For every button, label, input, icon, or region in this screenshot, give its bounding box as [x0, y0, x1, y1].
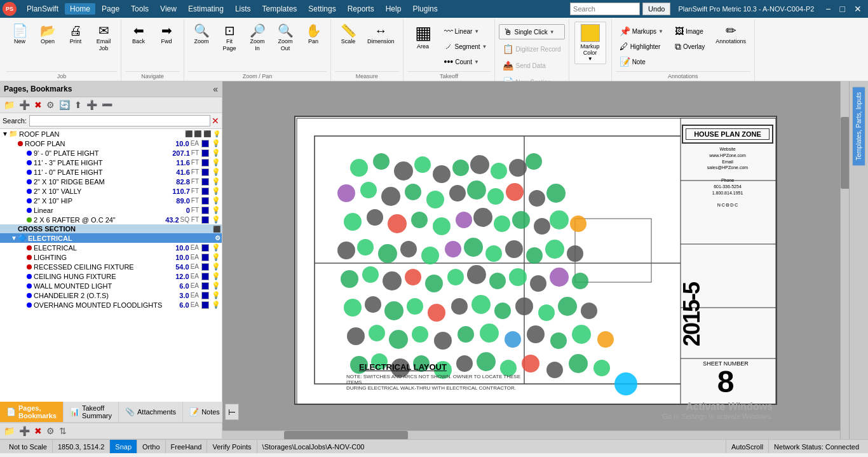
segment-button[interactable]: ⟋ Segment ▼: [440, 39, 491, 53]
tree-item-overhang[interactable]: OVERHANG MOUNTED FLOODLIGHTS6.0EA💡: [0, 300, 222, 310]
sidebar-add-button[interactable]: ➕: [18, 99, 31, 111]
pan-button[interactable]: ✋ Pan: [300, 22, 327, 48]
bottom-settings-button[interactable]: ⚙: [45, 425, 56, 437]
snap-status[interactable]: Snap: [110, 440, 137, 453]
menu-item-view[interactable]: View: [155, 3, 182, 15]
menu-item-settings[interactable]: Settings: [303, 3, 341, 15]
minimize-button[interactable]: −: [822, 4, 834, 14]
markups-button[interactable]: 📌 Markups ▼: [616, 24, 667, 38]
menu-item-templates[interactable]: Templates: [257, 3, 302, 15]
highlighter-button[interactable]: 🖊 Highlighter: [616, 39, 667, 53]
autoscroll-status[interactable]: AutoScroll: [726, 440, 769, 453]
open-label: Open: [41, 38, 55, 45]
send-data-button[interactable]: 📤 Send Data: [499, 58, 564, 72]
back-button[interactable]: ⬅ Back: [125, 22, 152, 48]
tree-item-electrical[interactable]: ELECTRICAL10.0EA💡: [0, 243, 222, 252]
tree-item-lighting[interactable]: LIGHTING10.0EA💡: [0, 252, 222, 262]
open-button[interactable]: 📂 Open: [34, 22, 61, 48]
tree-item-linear[interactable]: Linear0FT💡: [0, 205, 222, 215]
tree-toggle[interactable]: ▼: [10, 235, 18, 242]
zoom-in-button[interactable]: 🔎 ZoomIn: [244, 22, 271, 55]
image-button[interactable]: 🖼 Image: [671, 24, 709, 38]
scale-button[interactable]: 📏 Scale: [335, 22, 362, 48]
ortho-status[interactable]: Ortho: [137, 440, 166, 453]
menu-item-home[interactable]: Home: [65, 3, 95, 15]
search-clear-button[interactable]: ✕: [212, 116, 219, 126]
count-button[interactable]: ••• Count ▼: [440, 55, 491, 69]
search-input[interactable]: [573, 5, 637, 13]
tree-toggle[interactable]: ▼: [1, 130, 9, 137]
tree-item-ridge-beam[interactable]: 2" X 10" RIDGE BEAM82.8FT💡: [0, 177, 222, 186]
horizontal-scrollbar[interactable]: [222, 430, 840, 439]
tree-item-hip[interactable]: 2" X 10" HIP89.0FT💡: [0, 196, 222, 205]
horizontal-scroll-thumb[interactable]: [284, 431, 407, 439]
tree-item-vally[interactable]: 2" X 10" VALLY110.7FT💡: [0, 186, 222, 196]
sidebar-minus-button[interactable]: ➖: [100, 99, 114, 111]
undo-button[interactable]: Undo: [642, 3, 670, 15]
area-button[interactable]: ▦ Area: [407, 22, 439, 53]
tree-item-plate-11[interactable]: 11' - 3" PLATE HIGHT11.6FT💡: [0, 158, 222, 167]
sidebar-refresh-button[interactable]: 🔄: [58, 99, 71, 111]
verify-status[interactable]: Verify Points: [207, 440, 257, 453]
sidebar-up-button[interactable]: ⬆: [73, 99, 83, 111]
sidebar-delete-button[interactable]: ✖: [33, 99, 43, 111]
menu-item-help[interactable]: Help: [381, 3, 407, 15]
sidebar-collapse-button[interactable]: «: [213, 84, 218, 94]
menu-item-page[interactable]: Page: [97, 3, 125, 15]
note-button[interactable]: 📝 Note: [616, 55, 667, 69]
maximize-button[interactable]: □: [836, 4, 849, 14]
tree-item-ceiling-hung[interactable]: CEILING HUNG FIXTURE12.0EA💡: [0, 271, 222, 281]
bottom-tab-attachments[interactable]: 📎Attachments: [119, 402, 183, 422]
tree-item-chandelier[interactable]: CHANDELIER 2 (O.T.S)3.0EA💡: [0, 290, 222, 300]
linear-button[interactable]: 〰 Linear ▼: [440, 24, 491, 38]
freehand-status[interactable]: FreeHand: [166, 440, 208, 453]
tree-item-plate-11-0[interactable]: 11' - 0" PLATE HIGHT41.6FT💡: [0, 167, 222, 177]
search-box[interactable]: [570, 3, 640, 15]
close-button[interactable]: ✕: [850, 4, 865, 14]
tree-item-roof-plan-group[interactable]: ▼📁ROOF PLAN⬛ ⬛ ⬛ 💡: [0, 129, 222, 139]
print-label: Print: [70, 38, 82, 45]
markup-color-button[interactable]: MarkupColor ▼: [574, 22, 606, 64]
bottom-delete-button[interactable]: ✖: [33, 425, 43, 437]
tab-label-notes: Notes: [201, 408, 220, 416]
menu-item-planswift[interactable]: PlanSwift: [22, 3, 64, 15]
bottom-tab-pages-bookmarks[interactable]: 📄Pages, Bookmarks: [0, 402, 64, 422]
scale-status: Not to Scale: [4, 440, 53, 453]
zoom-out-button[interactable]: 🔍 ZoomOut: [272, 22, 299, 55]
vertical-scrollbar[interactable]: [840, 81, 849, 439]
sidebar-add2-button[interactable]: ➕: [85, 99, 98, 111]
fit-page-button[interactable]: ⊡ FitPage: [216, 22, 243, 55]
print-button[interactable]: 🖨 Print: [62, 22, 89, 48]
tree-item-recessed[interactable]: RECESSED CEILING FIXTURE54.0EA💡: [0, 262, 222, 271]
tree-item-roof-plan[interactable]: ROOF PLAN10.0EA💡: [0, 139, 222, 148]
sidebar-settings-button[interactable]: ⚙: [45, 99, 56, 111]
menu-item-estimating[interactable]: Estimating: [183, 3, 229, 15]
menu-item-tools[interactable]: Tools: [126, 3, 154, 15]
digitizer-record-button[interactable]: 📋 Digitizer Record: [499, 42, 564, 56]
menu-item-reports[interactable]: Reports: [342, 3, 379, 15]
navigate-icon[interactable]: ⊢: [225, 404, 239, 420]
menu-item-lists[interactable]: Lists: [230, 3, 256, 15]
templates-panel-button[interactable]: Templates, Parts, Inputs: [852, 86, 865, 166]
tree-item-plate-9[interactable]: 9' - 0" PLATE HIGHT207.1FT💡: [0, 148, 222, 158]
bottom-add-button[interactable]: ➕: [18, 425, 31, 437]
bottom-sort-button[interactable]: ⇅: [58, 425, 68, 437]
overlay-button[interactable]: ⧉ Overlay: [671, 39, 709, 54]
vertical-scroll-thumb[interactable]: [841, 117, 849, 189]
fwd-button[interactable]: ➡ Fwd: [153, 22, 180, 48]
bottom-tab-notes[interactable]: 📝Notes: [183, 402, 227, 422]
dimension-button[interactable]: ↔ Dimension: [363, 22, 399, 48]
tree-item-cross-section[interactable]: CROSS SECTION⬛: [0, 224, 222, 233]
blueprint-canvas[interactable]: ELECTRICAL LAYOUT NOTE: SWITCHES AND ARC…: [222, 81, 849, 439]
new-button[interactable]: 📄 New: [6, 22, 33, 48]
single-click-button[interactable]: 🖱 Single Click ▼: [499, 24, 564, 39]
tree-item-wall-mounted[interactable]: WALL MOUNTED LIGHT6.0EA💡: [0, 281, 222, 290]
sidebar-search-input[interactable]: [29, 115, 210, 126]
tree-item-rafter[interactable]: 2 X 6 RAFTER @ O.C 24"43.2SQ FT💡: [0, 215, 222, 224]
bottom-tab-takeoff-summary[interactable]: 📊Takeoff Summary: [64, 402, 119, 422]
email-job-button[interactable]: ✉ EmailJob: [90, 22, 117, 55]
tree-item-electrical-group[interactable]: ▼🔷ELECTRICAL⚙: [0, 233, 222, 243]
menu-item-plugins[interactable]: Plugins: [407, 3, 442, 15]
annotations-main-button[interactable]: ✏ Annotations: [711, 22, 750, 48]
zoom-button[interactable]: 🔍 Zoom: [188, 22, 215, 48]
